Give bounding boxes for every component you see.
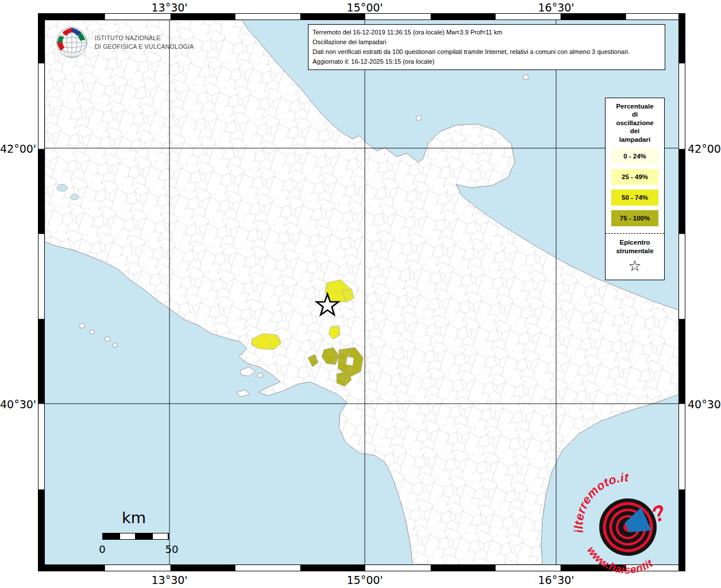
ingv-globe-icon xyxy=(55,26,88,59)
legend-title-line3: oscillazione xyxy=(608,119,662,127)
axis-label-bottom-1330: 13°30' xyxy=(144,574,195,586)
island-procida xyxy=(257,373,263,378)
ingv-name-line2: DI GEOFISICA E VULCANOLOGIA xyxy=(95,42,194,51)
axis-label-right-4200: 42°00' xyxy=(688,142,721,155)
legend-label-75-100: 75 - 100% xyxy=(620,215,650,222)
haisentitoilterremoto-logo: ? ilterremoto.it www.haisentito xyxy=(568,473,683,582)
axis-label-top-1330: 13°30' xyxy=(144,1,195,14)
legend-title-line5: lampadari xyxy=(608,136,662,144)
epicenter-star-icon: ☆ xyxy=(608,258,662,274)
scale-segment xyxy=(152,533,169,539)
ingv-logo: ISTITUTO NAZIONALE DI GEOFISICA E VULCAN… xyxy=(55,26,194,59)
island-ponza-3 xyxy=(105,336,110,342)
map-frame-top xyxy=(38,13,685,20)
legend-swatch-0-24: 0 - 24% xyxy=(611,148,658,164)
legend-epicenter-line2: strumentale xyxy=(608,247,662,256)
scale-end-label: 50 xyxy=(162,543,182,555)
info-line-disclaimer: Dati non verificati estratti da 100 ques… xyxy=(313,47,661,57)
legend-epicenter-line1: Epicentro xyxy=(608,238,662,247)
info-line-event: Terremoto del 16-12-2019 11:36:15 (ora l… xyxy=(313,28,661,37)
info-line-effect: Oscillazione dei lampadari xyxy=(313,37,661,47)
legend-title-line4: dei xyxy=(608,127,662,135)
lake-1 xyxy=(57,184,67,191)
legend-divider xyxy=(606,233,664,234)
scale-segment xyxy=(103,533,119,539)
map-frame-left xyxy=(38,13,45,571)
legend-title-line1: Percentuale xyxy=(608,102,662,110)
lake-2 xyxy=(71,194,79,200)
legend-label-0-24: 0 - 24% xyxy=(623,153,646,160)
scale-segment xyxy=(119,533,136,539)
info-line-updated: Aggiornato il: 16-12-2025 15:15 (ora loc… xyxy=(313,57,661,67)
island-tremiti xyxy=(416,115,422,121)
island-ponza-1 xyxy=(79,323,85,328)
scale-segment xyxy=(136,533,152,539)
legend-label-50-74: 50 - 74% xyxy=(622,194,648,201)
legend: Percentuale di oscillazione dei lampadar… xyxy=(605,98,665,280)
event-info-box: Terremoto del 16-12-2019 11:36:15 (ora l… xyxy=(308,24,665,70)
scale-unit-label: km xyxy=(122,509,146,527)
island-speck xyxy=(523,75,529,80)
legend-label-25-49: 25 - 49% xyxy=(622,173,648,180)
axis-label-left-4030: 40°30' xyxy=(0,398,36,411)
axis-label-bottom-1500: 15°00' xyxy=(339,574,391,586)
legend-title-line2: di xyxy=(608,110,662,118)
legend-swatch-50-74: 50 - 74% xyxy=(611,189,658,206)
scale-bar xyxy=(102,533,169,540)
axis-label-left-4200: 42°00' xyxy=(0,142,36,155)
legend-swatch-75-100: 75 - 100% xyxy=(611,210,658,226)
scale-start-label: 0 xyxy=(95,543,109,555)
axis-label-top-1630: 16°30' xyxy=(530,1,582,14)
axis-label-top-1500: 15°00' xyxy=(339,1,391,14)
ingv-name-line1: ISTITUTO NAZIONALE xyxy=(95,34,194,42)
legend-swatch-25-49: 25 - 49% xyxy=(611,169,658,185)
axis-label-right-4030: 40°30' xyxy=(688,398,721,411)
